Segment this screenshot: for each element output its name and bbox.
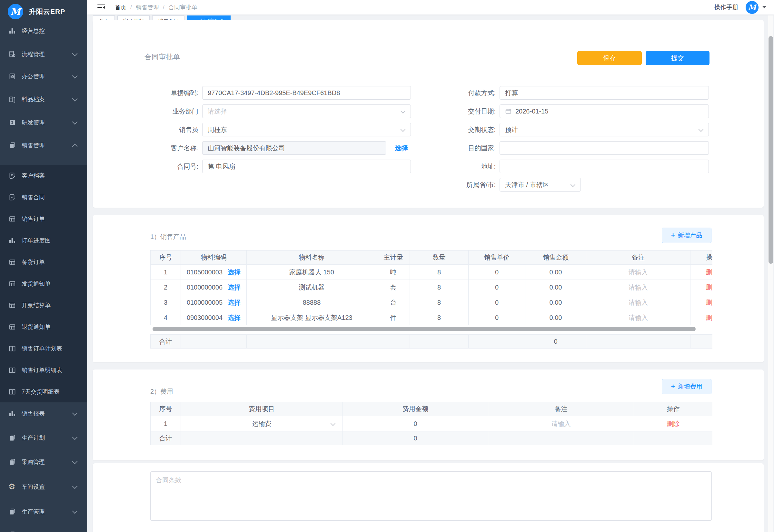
- caret-down-icon[interactable]: [762, 6, 766, 8]
- remark-input[interactable]: 请输入: [629, 269, 648, 276]
- sidebar-item-production-mgmt[interactable]: 生产管理: [0, 504, 87, 519]
- qty-cell[interactable]: 8: [410, 280, 469, 295]
- sidebar-item-sales-report[interactable]: 销售报表: [0, 406, 87, 421]
- vertical-scrollbar-thumb[interactable]: [769, 36, 773, 264]
- price-cell[interactable]: 0: [469, 295, 525, 310]
- sidebar-fold-icon[interactable]: [97, 4, 105, 11]
- contract-no-input[interactable]: 第 电风扇: [202, 160, 411, 173]
- qty-cell[interactable]: 8: [410, 265, 469, 280]
- sidebar-item-shipping-notice[interactable]: 发货通知单: [0, 276, 87, 291]
- sidebar-item-sales-order-detail[interactable]: 销售订单明细表: [0, 362, 87, 378]
- chevron-down-icon: [72, 435, 78, 440]
- price-cell[interactable]: 0: [469, 265, 525, 280]
- qty-cell[interactable]: 8: [410, 295, 469, 310]
- select-material-link[interactable]: 选择: [228, 298, 241, 307]
- sidebar-item-processing-workshop[interactable]: 加工车间: [0, 527, 87, 532]
- payment-input[interactable]: 打算: [500, 86, 709, 100]
- price-cell[interactable]: 0: [469, 310, 525, 325]
- flow-doc-icon: [8, 50, 16, 58]
- delivery-date-input[interactable]: 2026-01-15: [500, 104, 709, 118]
- salesman-select[interactable]: 周桂东: [202, 123, 411, 136]
- rnd-icon: [8, 119, 16, 126]
- chevron-down-icon: [699, 127, 704, 132]
- remark-input[interactable]: 请输入: [629, 299, 648, 306]
- breadcrumb-separator: /: [163, 4, 164, 11]
- breadcrumb-current: 合同审批单: [168, 4, 197, 11]
- sidebar-item-production-plan[interactable]: 生产计划: [0, 430, 87, 446]
- salesman-label: 销售员: [160, 123, 198, 136]
- table-row: 1 运输费 0 请输入 删除: [151, 416, 713, 431]
- dest-country-label: 目的国家:: [458, 141, 496, 155]
- sidebar-item-sales-order[interactable]: 销售订单: [0, 211, 87, 227]
- plus-icon: +: [671, 231, 675, 240]
- add-product-button[interactable]: +新增产品: [662, 228, 711, 243]
- avatar[interactable]: M: [746, 1, 759, 14]
- breadcrumb-sales-mgmt[interactable]: 销售管理: [136, 4, 159, 11]
- horizontal-scrollbar[interactable]: [153, 327, 696, 331]
- customer-input: 山河智能装备股份有限公司: [202, 141, 386, 155]
- sidebar-item-process-mgmt[interactable]: 流程管理: [0, 46, 87, 62]
- price-cell[interactable]: 0: [469, 280, 525, 295]
- total-amount: 0: [525, 335, 586, 349]
- sidebar-item-sales-mgmt[interactable]: 销售管理: [0, 138, 87, 153]
- sidebar-item-stock-order[interactable]: 备货订单: [0, 254, 87, 270]
- breadcrumb-home[interactable]: 首页: [115, 4, 126, 11]
- sidebar-item-workshop-settings[interactable]: ⚙车间设置: [0, 479, 87, 495]
- fee-item-select[interactable]: 运输费: [181, 416, 342, 431]
- copy-doc-icon: [8, 508, 16, 516]
- fees-table: 序号 费用项目 费用金额 备注 操作 1 运输费 0 请输入 删除: [150, 402, 712, 431]
- sidebar-item-sales-contract[interactable]: 销售合同: [0, 190, 87, 205]
- remark-input[interactable]: 请输入: [629, 284, 648, 291]
- table-row: 3 0100000005选择 88888 台 8 0 0.00 请输入 删除: [151, 295, 713, 310]
- remark-input[interactable]: 请输入: [629, 314, 648, 321]
- copy-doc-icon: [8, 434, 16, 442]
- contract-approval-form-panel: 合同审批单 保存 提交 单据编码: 9770CA17-3497-4DB2-995…: [93, 20, 764, 208]
- dest-country-input[interactable]: [500, 141, 709, 155]
- doc-code-label: 单据编码:: [160, 86, 198, 100]
- select-material-link[interactable]: 选择: [228, 268, 241, 277]
- department-select[interactable]: 请选择: [202, 104, 411, 118]
- address-input[interactable]: [500, 160, 709, 173]
- products-total-row: 合计 0: [150, 334, 712, 349]
- delete-row-link[interactable]: 删除: [706, 269, 713, 276]
- select-material-link[interactable]: 选择: [228, 283, 241, 292]
- doc-code-input[interactable]: 9770CA17-3497-4DB2-995E-B49E9CF61BD8: [202, 86, 411, 100]
- sidebar-item-customer-files[interactable]: 客户档案: [0, 168, 87, 183]
- qty-cell[interactable]: 8: [410, 310, 469, 325]
- customer-label: 客户名称:: [160, 141, 198, 155]
- submit-button[interactable]: 提交: [646, 51, 709, 65]
- sidebar-item-invoice-settlement[interactable]: 开票结算单: [0, 298, 87, 313]
- save-button[interactable]: 保存: [577, 51, 642, 65]
- field-doc-code: 单据编码: 9770CA17-3497-4DB2-995E-B49E9CF61B…: [160, 86, 418, 100]
- table-grid-icon: [8, 280, 16, 288]
- sidebar-item-purchase-mgmt[interactable]: 采购管理: [0, 454, 87, 470]
- products-section-title: 1）销售产品: [150, 232, 186, 241]
- fee-amount-cell[interactable]: 0: [343, 416, 488, 431]
- delete-row-link[interactable]: 删除: [667, 420, 680, 427]
- contract-no-label: 合同号:: [160, 160, 198, 173]
- remark-input[interactable]: 请输入: [551, 420, 571, 427]
- sidebar-item-return-notice[interactable]: 退货通知单: [0, 319, 87, 335]
- sidebar-item-sales-order-plan[interactable]: 销售订单计划表: [0, 341, 87, 356]
- sidebar-item-order-progress[interactable]: 订单进度图: [0, 233, 87, 248]
- table-row: 4 0903000004选择 显示器支架 显示器支架A123 件 8 0 0.0…: [151, 310, 713, 325]
- app-title: 升阳云ERP: [29, 7, 65, 16]
- sidebar-item-office-mgmt[interactable]: 办公管理: [0, 69, 87, 84]
- add-fee-button[interactable]: +新增费用: [662, 379, 711, 394]
- delete-row-link[interactable]: 删除: [706, 314, 713, 321]
- sidebar-item-7day-delivery-detail[interactable]: 7天交货明细表: [0, 384, 87, 399]
- chevron-down-icon: [72, 508, 78, 514]
- province-select[interactable]: 天津市 / 市辖区: [500, 178, 581, 192]
- app-logo[interactable]: M 升阳云ERP: [8, 4, 65, 19]
- delivery-status-select[interactable]: 预计: [500, 123, 709, 136]
- open-book-icon: [8, 388, 16, 396]
- delete-row-link[interactable]: 删除: [706, 284, 713, 291]
- contract-terms-textarea[interactable]: 合同条款: [150, 471, 712, 521]
- select-material-link[interactable]: 选择: [228, 313, 241, 322]
- sidebar-item-material-files[interactable]: 料品档案: [0, 92, 87, 107]
- manual-link[interactable]: 操作手册: [714, 3, 739, 12]
- customer-select-link[interactable]: 选择: [395, 141, 408, 155]
- sidebar-item-business-overview[interactable]: 经营总控: [0, 23, 87, 39]
- delete-row-link[interactable]: 删除: [706, 299, 713, 306]
- sidebar-item-rnd-mgmt[interactable]: 研发管理: [0, 115, 87, 130]
